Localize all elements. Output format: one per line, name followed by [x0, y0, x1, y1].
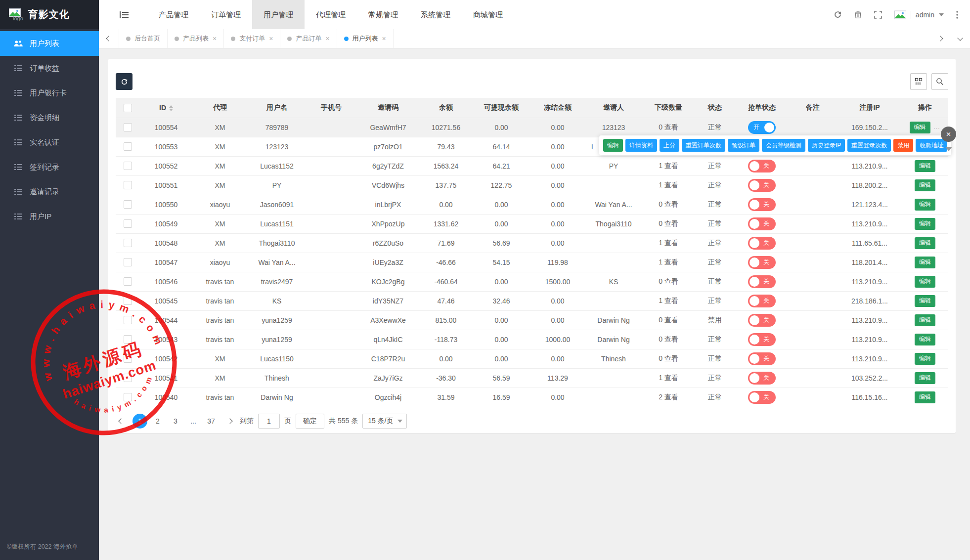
row-checkbox[interactable] — [124, 258, 132, 266]
edit-button[interactable]: 编辑 — [915, 314, 935, 326]
confirm-button[interactable]: 确定 — [296, 414, 324, 429]
view-subordinates-link[interactable]: 查看 — [664, 393, 678, 401]
edit-button[interactable]: 编辑 — [915, 160, 935, 172]
grab-toggle[interactable]: 关 — [748, 198, 776, 211]
view-subordinates-link[interactable]: 查看 — [664, 181, 678, 189]
row-checkbox[interactable] — [124, 335, 132, 344]
row-checkbox[interactable] — [124, 239, 132, 247]
tab-1[interactable]: 后台首页 — [119, 29, 168, 48]
tab-4[interactable]: 产品订单× — [280, 29, 337, 48]
view-subordinates-link[interactable]: 查看 — [664, 162, 678, 170]
grab-toggle[interactable]: 关 — [748, 275, 776, 288]
sidebar-item-7[interactable]: 邀请记录 — [0, 179, 99, 204]
nav-item-6[interactable]: 系统管理 — [409, 0, 462, 29]
grab-toggle[interactable]: 关 — [748, 352, 776, 365]
edit-button[interactable]: 编辑 — [915, 353, 935, 365]
refresh-table-button[interactable] — [116, 73, 132, 90]
sidebar-item-8[interactable]: 用户IP — [0, 204, 99, 229]
row-checkbox[interactable] — [124, 181, 132, 189]
grab-toggle[interactable]: 关 — [748, 217, 776, 230]
popup-button-2[interactable]: 详情资料 — [625, 139, 657, 152]
sidebar-item-4[interactable]: 资金明细 — [0, 105, 99, 130]
popup-button-1[interactable]: 编辑 — [603, 139, 623, 152]
prev-page-icon[interactable] — [116, 414, 127, 429]
row-checkbox[interactable] — [124, 374, 132, 382]
tab-scroll-right-icon[interactable] — [930, 29, 950, 48]
sidebar-item-3[interactable]: 用户银行卡 — [0, 81, 99, 105]
view-subordinates-link[interactable]: 查看 — [664, 239, 678, 247]
edit-button[interactable]: 编辑 — [915, 391, 935, 403]
edit-button[interactable]: 编辑 — [915, 218, 935, 230]
view-subordinates-link[interactable]: 查看 — [664, 316, 678, 324]
popup-button-5[interactable]: 预设订单 — [728, 139, 759, 152]
row-checkbox[interactable] — [124, 200, 132, 209]
view-subordinates-link[interactable]: 查看 — [664, 335, 678, 343]
tab-3[interactable]: 支付订单× — [224, 29, 280, 48]
grab-toggle[interactable]: 关 — [748, 256, 776, 269]
page-number-1[interactable]: 1 — [132, 414, 147, 429]
grab-toggle[interactable]: 关 — [748, 179, 776, 192]
view-subordinates-link[interactable]: 查看 — [664, 123, 678, 131]
nav-item-5[interactable]: 常规管理 — [357, 0, 409, 29]
tab-2[interactable]: 产品列表× — [168, 29, 224, 48]
search-button[interactable] — [931, 73, 948, 90]
grab-toggle[interactable]: 关 — [748, 237, 776, 250]
edit-button[interactable]: 编辑 — [915, 295, 935, 307]
tab-close-icon[interactable]: × — [269, 35, 273, 43]
edit-button[interactable]: 编辑 — [910, 122, 930, 133]
row-checkbox[interactable] — [124, 277, 132, 286]
per-page-select[interactable]: 15 条/页 — [362, 414, 406, 429]
popup-button-6[interactable]: 会员等级检测 — [762, 139, 805, 152]
tab-close-icon[interactable]: × — [213, 35, 217, 43]
sidebar-item-5[interactable]: 实名认证 — [0, 130, 99, 155]
tab-close-icon[interactable]: × — [382, 35, 386, 43]
row-checkbox[interactable] — [124, 297, 132, 305]
popup-button-8[interactable]: 重置登录次数 — [847, 139, 891, 152]
page-number-37[interactable]: 37 — [204, 414, 219, 429]
grab-toggle[interactable]: 关 — [748, 160, 776, 172]
edit-button[interactable]: 编辑 — [915, 372, 935, 384]
edit-button[interactable]: 编辑 — [915, 276, 935, 288]
grab-toggle[interactable]: 关 — [748, 391, 776, 404]
refresh-icon[interactable] — [834, 10, 842, 19]
select-all-checkbox[interactable] — [124, 104, 132, 112]
page-number-...[interactable]: ... — [186, 414, 201, 429]
edit-button[interactable]: 编辑 — [915, 257, 935, 268]
user-menu[interactable]: admin — [894, 10, 944, 19]
next-page-icon[interactable] — [224, 414, 235, 429]
view-subordinates-link[interactable]: 查看 — [664, 277, 678, 285]
popup-button-9[interactable]: 禁用 — [893, 139, 913, 152]
sidebar-item-1[interactable]: 用户列表 — [0, 31, 99, 56]
row-checkbox[interactable] — [124, 219, 132, 228]
tab-5[interactable]: 用户列表× — [337, 29, 394, 48]
trash-icon[interactable] — [854, 10, 862, 19]
sidebar-item-2[interactable]: 订单收益 — [0, 56, 99, 81]
row-checkbox[interactable] — [124, 354, 132, 363]
row-checkbox[interactable] — [124, 142, 132, 151]
row-more-icon[interactable]: … — [933, 123, 941, 130]
popup-button-7[interactable]: 历史登录IP — [808, 139, 845, 152]
popup-button-3[interactable]: 上分 — [660, 139, 679, 152]
page-input[interactable] — [258, 414, 280, 429]
page-number-2[interactable]: 2 — [150, 414, 165, 429]
grab-toggle[interactable]: 关 — [748, 314, 776, 327]
page-number-3[interactable]: 3 — [168, 414, 183, 429]
nav-item-1[interactable]: 产品管理 — [147, 0, 200, 29]
nav-item-2[interactable]: 订单管理 — [200, 0, 252, 29]
grab-toggle[interactable]: 关 — [748, 333, 776, 346]
tab-actions-icon[interactable] — [950, 29, 970, 48]
tab-close-icon[interactable]: × — [325, 35, 329, 43]
nav-item-3[interactable]: 用户管理 — [252, 0, 305, 29]
sidebar-item-6[interactable]: 签到记录 — [0, 155, 99, 179]
popup-close-button[interactable]: × — [941, 127, 956, 142]
sidebar-collapse-icon[interactable] — [120, 11, 129, 18]
more-menu-icon[interactable] — [956, 11, 958, 19]
view-subordinates-link[interactable]: 查看 — [664, 354, 678, 362]
nav-item-4[interactable]: 代理管理 — [305, 0, 357, 29]
row-checkbox[interactable] — [124, 316, 132, 324]
edit-button[interactable]: 编辑 — [915, 199, 935, 211]
edit-button[interactable]: 编辑 — [915, 179, 935, 191]
edit-button[interactable]: 编辑 — [915, 237, 935, 249]
popup-button-4[interactable]: 重置订单次数 — [682, 139, 725, 152]
sort-icon[interactable] — [169, 105, 173, 111]
